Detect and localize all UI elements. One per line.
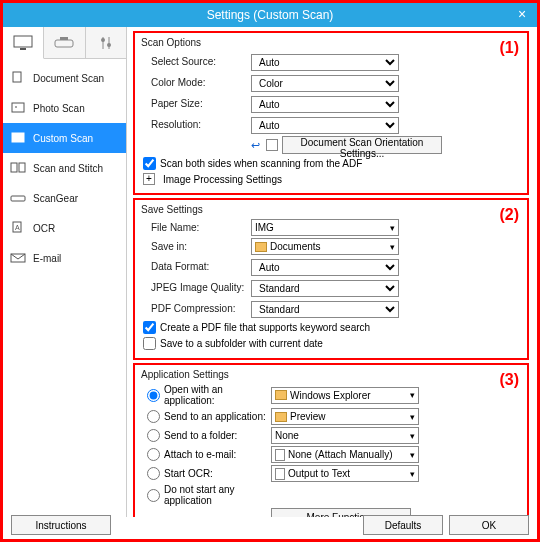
sliders-icon [98,35,114,51]
stitch-icon [9,161,27,175]
svg-rect-12 [11,163,17,172]
scangear-icon [9,191,27,205]
svg-rect-9 [12,103,24,112]
svg-rect-13 [19,163,25,172]
pdf-keyword-label: Create a PDF file that supports keyword … [160,322,370,333]
color-mode-dropdown[interactable]: Color [251,75,399,92]
explorer-icon [275,390,287,400]
tab-scan-from-panel[interactable] [44,27,85,58]
svg-rect-11 [12,133,24,142]
color-mode-label: Color Mode: [151,77,251,88]
file-name-label: File Name: [151,222,251,233]
paper-size-dropdown[interactable]: Auto [251,96,399,113]
photo-scan-icon [9,101,27,115]
start-ocr-dropdown[interactable]: Output to Text [271,465,419,482]
scan-both-sides-checkbox[interactable] [143,157,156,170]
footer-bar: Instructions Defaults OK [3,515,537,535]
save-in-dropdown[interactable]: Documents [251,238,399,255]
attach-email-radio[interactable] [147,448,160,461]
application-settings-title: Application Settings [141,369,521,380]
svg-text:A: A [15,224,20,231]
custom-scan-icon [9,131,27,145]
expand-image-processing-button[interactable]: + [143,173,155,185]
send-to-folder-radio[interactable] [147,429,160,442]
badge-3: (3) [499,371,519,389]
window-title: Settings (Custom Scan) [207,8,334,22]
orient-shortcut-icon[interactable] [266,139,278,151]
sidebar-item-photo-scan[interactable]: Photo Scan [3,93,126,123]
titlebar: Settings (Custom Scan) × [3,3,537,27]
left-column: Document Scan Photo Scan Custom Scan Sca… [3,27,127,517]
defaults-button[interactable]: Defaults [363,515,443,535]
content-area: (1) Scan Options Select Source:Auto Colo… [127,27,537,517]
ok-button[interactable]: OK [449,515,529,535]
select-source-label: Select Source: [151,56,251,67]
application-settings-panel: (3) Application Settings Open with an ap… [133,363,529,517]
data-format-label: Data Format: [151,261,251,272]
select-source-dropdown[interactable]: Auto [251,54,399,71]
send-to-app-radio[interactable] [147,410,160,423]
sidebar-item-ocr[interactable]: AOCR [3,213,126,243]
sidebar-list: Document Scan Photo Scan Custom Scan Sca… [3,59,126,273]
sidebar-item-scan-stitch[interactable]: Scan and Stitch [3,153,126,183]
tab-scan-from-computer[interactable] [3,27,44,59]
scan-options-panel: (1) Scan Options Select Source:Auto Colo… [133,31,529,195]
scanner-icon [54,35,74,51]
badge-2: (2) [499,206,519,224]
text-icon [275,468,285,480]
svg-rect-0 [14,36,32,47]
resolution-label: Resolution: [151,119,251,130]
file-name-combo[interactable]: IMG [251,219,399,236]
svg-rect-2 [55,40,73,47]
jpeg-quality-dropdown[interactable]: Standard [251,280,399,297]
subfolder-checkbox[interactable] [143,337,156,350]
send-to-folder-dropdown[interactable]: None [271,427,419,444]
badge-1: (1) [499,39,519,57]
svg-rect-3 [60,37,68,40]
orientation-settings-button[interactable]: Document Scan Orientation Settings... [282,136,442,154]
send-to-app-dropdown[interactable]: Preview [271,408,419,425]
svg-point-10 [15,106,17,108]
save-in-label: Save in: [151,241,251,252]
document-scan-icon [9,71,27,85]
sidebar-item-document-scan[interactable]: Document Scan [3,63,126,93]
pdf-compression-dropdown[interactable]: Standard [251,301,399,318]
scan-options-title: Scan Options [141,37,521,48]
jpeg-quality-label: JPEG Image Quality: [151,282,251,293]
subfolder-label: Save to a subfolder with current date [160,338,323,349]
folder-icon [255,242,267,252]
save-settings-title: Save Settings [141,204,521,215]
pdf-compression-label: PDF Compression: [151,303,251,314]
close-icon[interactable]: × [513,6,531,24]
svg-rect-8 [13,72,21,82]
attach-email-dropdown[interactable]: None (Attach Manually) [271,446,419,463]
reset-icon[interactable]: ↩ [251,139,260,152]
top-tabs [3,27,126,59]
preview-icon [275,412,287,422]
no-start-radio[interactable] [147,489,160,502]
start-ocr-radio[interactable] [147,467,160,480]
open-with-app-dropdown[interactable]: Windows Explorer [271,387,419,404]
svg-rect-1 [20,48,26,50]
pdf-keyword-checkbox[interactable] [143,321,156,334]
svg-point-7 [107,43,111,47]
settings-window: Settings (Custom Scan) × Document Scan P… [0,0,540,542]
resolution-dropdown[interactable]: Auto [251,117,399,134]
instructions-button[interactable]: Instructions [11,515,111,535]
paper-size-label: Paper Size: [151,98,251,109]
sidebar-item-scangear[interactable]: ScanGear [3,183,126,213]
svg-point-5 [101,38,105,42]
tab-general[interactable] [86,27,126,58]
svg-rect-14 [11,196,25,201]
open-with-app-radio[interactable] [147,389,160,402]
data-format-dropdown[interactable]: Auto [251,259,399,276]
both-sides-label: Scan both sides when scanning from the A… [160,158,362,169]
image-processing-label: Image Processing Settings [163,174,282,185]
save-settings-panel: (2) Save Settings File Name:IMG Save in:… [133,198,529,360]
mail-icon [275,449,285,461]
sidebar-item-custom-scan[interactable]: Custom Scan [3,123,126,153]
ocr-icon: A [9,221,27,235]
email-icon [9,251,27,265]
monitor-icon [13,35,33,51]
sidebar-item-email[interactable]: E-mail [3,243,126,273]
